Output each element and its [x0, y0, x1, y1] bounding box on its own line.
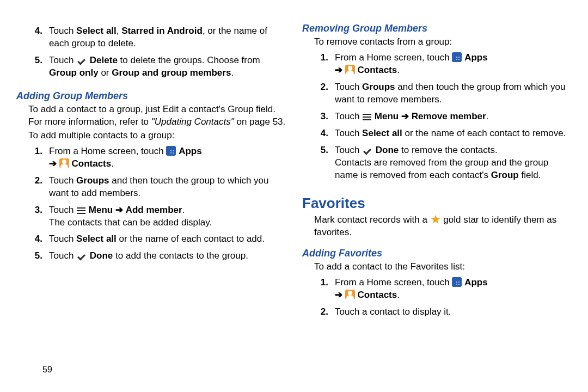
- contacts-icon: [59, 158, 69, 168]
- apps-grid-icon: [452, 277, 462, 287]
- substep: The contacts that can be added display.: [49, 217, 286, 229]
- heading-adding-favorites: Adding Favorites: [302, 247, 572, 260]
- heading-adding-group-members: Adding Group Members: [16, 89, 286, 102]
- para: To add multiple contacts to a group:: [28, 130, 286, 142]
- manual-page: 4. Touch Select all, Starred in Android,…: [0, 0, 588, 321]
- list-item: 2. Touch a contact to display it.: [302, 304, 572, 321]
- list-item: 5. Touch Delete to delete the groups. Ch…: [16, 52, 286, 82]
- add-members-steps: 1. From a Home screen, touch Apps ➔ Cont…: [16, 143, 286, 265]
- para: To add a contact to the Favorites list:: [314, 261, 572, 273]
- list-item: 5. Touch Done to add the contacts to the…: [16, 248, 286, 265]
- heading-removing-group-members: Removing Group Members: [302, 22, 572, 35]
- list-item: 3. Touch Menu ➔ Add member. The contacts…: [16, 202, 286, 231]
- check-icon: [362, 147, 373, 155]
- apps-grid-icon: [452, 52, 462, 62]
- list-item: 2. Touch Groups and then touch the group…: [16, 173, 286, 202]
- contacts-icon: [345, 65, 355, 75]
- menu-icon: [76, 207, 86, 215]
- menu-icon: [362, 113, 372, 121]
- heading-favorites: Favorites: [302, 194, 572, 213]
- substep: Contacts are removed from the group and …: [335, 157, 572, 182]
- list-item: 3. Touch Menu ➔ Remove member.: [302, 108, 572, 125]
- para: To remove contacts from a group:: [314, 36, 572, 48]
- list-item: 1. From a Home screen, touch Apps ➔ Cont…: [302, 50, 572, 79]
- svg-marker-0: [431, 215, 440, 223]
- contacts-icon: [345, 290, 355, 299]
- list-item: 2. Touch Groups and then touch the group…: [302, 79, 572, 108]
- page-number: 59: [42, 364, 52, 376]
- para: Mark contact records with a gold star to…: [314, 214, 572, 239]
- delete-groups-steps-continued: 4. Touch Select all, Starred in Android,…: [16, 23, 286, 82]
- list-item: 1. From a Home screen, touch Apps ➔ Cont…: [302, 274, 572, 304]
- list-item: 4. Touch Select all or the name of each …: [302, 125, 572, 142]
- remove-members-steps: 1. From a Home screen, touch Apps ➔ Cont…: [302, 50, 572, 183]
- list-item: 5. Touch Done to remove the contacts. Co…: [302, 142, 572, 184]
- check-icon: [76, 253, 87, 260]
- right-column: Removing Group Members To remove contact…: [302, 22, 572, 321]
- list-item: 4. Touch Select all or the name of each …: [16, 231, 286, 248]
- gold-star-icon: [430, 214, 441, 225]
- add-favorites-steps: 1. From a Home screen, touch Apps ➔ Cont…: [302, 274, 572, 321]
- check-icon: [76, 57, 87, 65]
- apps-grid-icon: [166, 146, 176, 156]
- left-column: 4. Touch Select all, Starred in Android,…: [16, 22, 286, 321]
- para: To add a contact to a group, just Edit a…: [28, 103, 286, 128]
- list-item: 1. From a Home screen, touch Apps ➔ Cont…: [16, 143, 286, 173]
- list-item: 4. Touch Select all, Starred in Android,…: [16, 23, 286, 52]
